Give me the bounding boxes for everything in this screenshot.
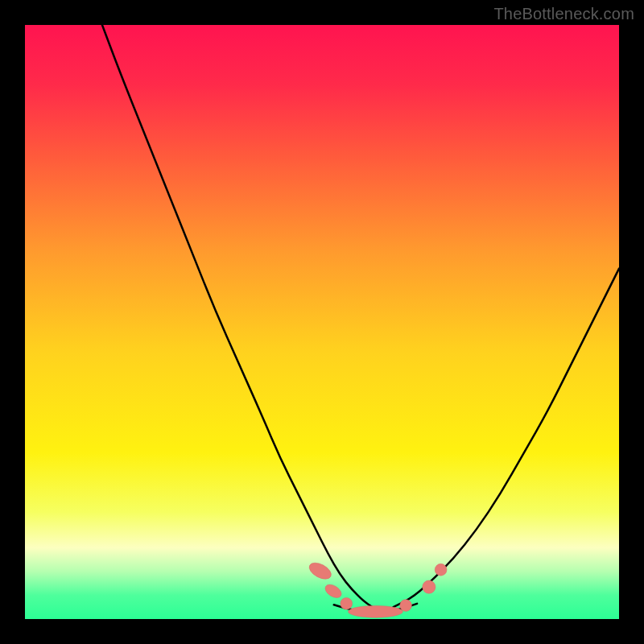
series-left-curve: [102, 25, 373, 607]
valley-marker-1: [323, 582, 344, 601]
valley-marker-4: [400, 600, 412, 612]
chart-stage: TheBottleneck.com: [0, 0, 644, 644]
bottleneck-curve: [25, 25, 619, 619]
valley-marker-2: [341, 597, 353, 609]
valley-marker-6: [435, 564, 447, 576]
plot-area: [25, 25, 619, 619]
valley-marker-5: [423, 580, 436, 593]
valley-marker-0: [307, 559, 334, 582]
valley-marker-3: [348, 605, 402, 617]
watermark-text: TheBottleneck.com: [493, 5, 634, 23]
series-right-curve: [394, 269, 619, 608]
